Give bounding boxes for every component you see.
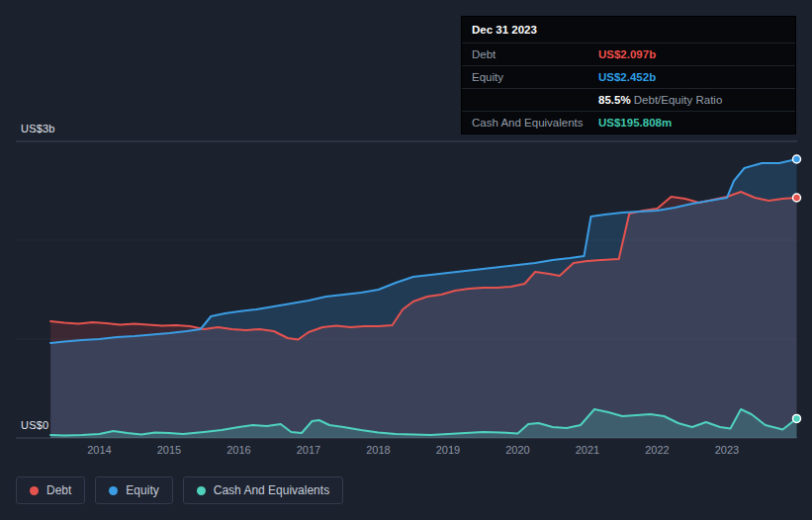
svg-text:2016: 2016	[226, 444, 250, 456]
svg-text:2014: 2014	[87, 444, 111, 456]
svg-text:2021: 2021	[576, 444, 599, 456]
tooltip-ratio: 85.5% Debt/Equity Ratio	[598, 94, 722, 106]
legend-debt-label: Debt	[46, 483, 71, 497]
chart-tooltip: Dec 31 2023 Debt US$2.097b Equity US$2.4…	[461, 16, 796, 134]
tooltip-cash-value: US$195.808m	[598, 117, 672, 129]
tooltip-cash-label: Cash And Equivalents	[472, 117, 598, 129]
svg-text:2015: 2015	[157, 444, 181, 456]
tooltip-ratio-label: Debt/Equity Ratio	[634, 94, 723, 106]
cash-color-dot	[197, 486, 206, 495]
legend-equity-label: Equity	[126, 483, 158, 497]
legend-item-cash[interactable]: Cash And Equivalents	[183, 477, 343, 504]
svg-text:2023: 2023	[715, 444, 739, 456]
tooltip-ratio-row: 85.5% Debt/Equity Ratio	[462, 88, 795, 111]
svg-text:2019: 2019	[436, 444, 460, 456]
debt-equity-history-panel: 2014201520162017201820192020202120222023…	[0, 0, 812, 520]
legend-item-equity[interactable]: Equity	[95, 477, 172, 504]
chart-legend: Debt Equity Cash And Equivalents	[16, 477, 343, 504]
tooltip-debt-label: Debt	[472, 48, 598, 60]
legend-item-debt[interactable]: Debt	[16, 477, 85, 504]
tooltip-ratio-value: 85.5%	[598, 94, 631, 106]
svg-text:2017: 2017	[297, 444, 320, 456]
tooltip-equity-row: Equity US$2.452b	[462, 65, 795, 88]
svg-text:2022: 2022	[645, 444, 669, 456]
tooltip-equity-label: Equity	[472, 71, 598, 83]
legend-cash-label: Cash And Equivalents	[214, 483, 329, 497]
equity-color-dot	[109, 486, 118, 495]
tooltip-debt-value: US$2.097b	[598, 48, 656, 60]
y-axis-min-label: US$0	[21, 419, 48, 431]
debt-color-dot	[30, 486, 39, 495]
tooltip-equity-value: US$2.452b	[598, 71, 656, 83]
svg-text:2018: 2018	[366, 444, 390, 456]
tooltip-debt-row: Debt US$2.097b	[462, 43, 795, 65]
tooltip-cash-row: Cash And Equivalents US$195.808m	[462, 111, 795, 133]
svg-text:2020: 2020	[505, 444, 529, 456]
y-axis-max-label: US$3b	[21, 123, 55, 134]
tooltip-date: Dec 31 2023	[462, 17, 795, 43]
